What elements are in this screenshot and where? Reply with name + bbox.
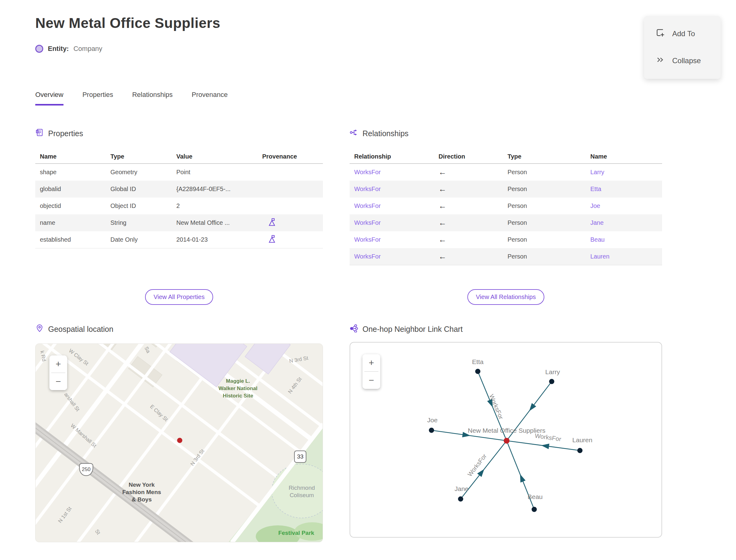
relationship-entity-type: Person — [503, 236, 586, 243]
relationship-row: WorksFor←PersonBeau — [350, 231, 662, 248]
relationship-link[interactable]: WorksFor — [354, 219, 381, 226]
relationships-section-title: Relationships — [362, 129, 408, 138]
property-name: established — [35, 236, 106, 243]
add-to-label: Add To — [672, 29, 695, 38]
relationship-name-cell: Etta — [586, 186, 662, 193]
view-all-relationships-button[interactable]: View All Relationships — [467, 289, 544, 305]
graph-node[interactable] — [458, 497, 463, 502]
map-street-label: Festival Park — [278, 530, 314, 536]
relationship-direction-cell: ← — [434, 219, 503, 227]
col-header-relationship: Relationship — [350, 153, 434, 160]
relationship-entity-type: Person — [503, 186, 586, 193]
map-zoom-in-button[interactable]: + — [49, 355, 67, 373]
chart-zoom-in-button[interactable]: + — [362, 354, 380, 371]
map-street-label: New York — [129, 481, 155, 488]
property-type: Object ID — [106, 202, 172, 209]
entity-name-link[interactable]: Larry — [590, 169, 604, 175]
entity-name-link[interactable]: Jane — [590, 219, 604, 226]
property-type: String — [106, 219, 172, 226]
col-header-provenance: Provenance — [258, 153, 323, 160]
map-zoom-out-button[interactable]: − — [49, 373, 67, 390]
property-row: shapeGeometryPoint — [35, 164, 323, 181]
graph-node-label: Jane — [454, 485, 469, 492]
relationships-table: Relationship Direction Type Name WorksFo… — [350, 149, 662, 265]
property-value: New Metal Office ... — [172, 219, 258, 226]
edge-arrowhead — [541, 443, 549, 449]
map-zoom-control: + − — [49, 355, 67, 390]
properties-table-header: Name Type Value Provenance — [35, 149, 323, 164]
graph-node[interactable] — [577, 448, 583, 453]
geospatial-map[interactable]: k RdW Clay StSaN 3rd StMaggie L.Walker N… — [35, 343, 323, 542]
relationship-row: WorksFor←PersonEtta — [350, 181, 662, 198]
relationships-table-body: WorksFor←PersonLarryWorksFor←PersonEttaW… — [350, 164, 662, 265]
property-type: Geometry — [106, 169, 172, 176]
entity-location-marker[interactable] — [177, 438, 182, 443]
graph-node-label: Beau — [527, 493, 542, 500]
relationship-type-cell: WorksFor — [350, 186, 434, 193]
relationship-link[interactable]: WorksFor — [354, 169, 381, 175]
graph-node[interactable] — [429, 428, 434, 433]
chart-zoom-out-button[interactable]: − — [362, 372, 380, 389]
entity-name-link[interactable]: Joe — [590, 202, 600, 209]
one-hop-link-chart[interactable]: WorksForWorksForWorksForEttaLarryJoeLaur… — [350, 342, 662, 538]
map-street-label: Coliseum — [289, 492, 314, 499]
relationship-direction-cell: ← — [434, 185, 503, 193]
col-header-type: Type — [503, 153, 586, 160]
relationship-direction-cell: ← — [434, 252, 503, 261]
entity-name-link[interactable]: Beau — [590, 236, 605, 243]
entity-name-link[interactable]: Etta — [590, 186, 601, 192]
route-shield: 33 — [294, 451, 306, 463]
edge-arrowhead — [477, 467, 486, 477]
col-header-name: Name — [586, 153, 662, 160]
properties-section-title: Properties — [48, 129, 83, 138]
properties-table: Name Type Value Provenance shapeGeometry… — [35, 149, 323, 248]
properties-icon — [35, 128, 44, 139]
relationship-link[interactable]: WorksFor — [354, 253, 381, 260]
geospatial-section-title: Geospatial location — [48, 325, 113, 334]
geospatial-section-header: Geospatial location — [35, 324, 113, 334]
collapse-button[interactable]: Collapse — [656, 52, 721, 70]
property-row: nameStringNew Metal Office ... — [35, 214, 323, 231]
property-row: objectidObject ID2 — [35, 198, 323, 214]
add-to-button[interactable]: Add To — [656, 25, 721, 43]
link-chart-section-header: One-hop Neighbor Link Chart — [350, 324, 463, 334]
relationship-link[interactable]: WorksFor — [354, 186, 381, 192]
graph-node[interactable] — [532, 507, 537, 512]
edge-arrowhead — [517, 473, 525, 483]
relationship-name-cell: Lauren — [586, 253, 662, 260]
relationship-type-cell: WorksFor — [350, 169, 434, 176]
relationship-link[interactable]: WorksFor — [354, 236, 381, 243]
graph-node-label: Lauren — [572, 436, 592, 443]
link-chart-canvas: WorksForWorksForWorksForEttaLarryJoeLaur… — [350, 343, 661, 537]
view-all-properties-button[interactable]: View All Properties — [145, 289, 213, 305]
entity-name-link[interactable]: Lauren — [590, 253, 609, 260]
relationship-type-cell: WorksFor — [350, 236, 434, 243]
direction-arrow-icon: ← — [439, 168, 447, 176]
col-header-type: Type — [106, 153, 172, 160]
property-provenance-cell — [258, 217, 323, 228]
graph-node[interactable] — [475, 369, 481, 374]
provenance-flag-icon[interactable] — [268, 238, 277, 245]
center-graph-node[interactable] — [504, 438, 510, 444]
right-column: Relationships Relationship Direction Typ… — [350, 0, 662, 560]
center-node-label: New Metal Office Suppliers — [468, 427, 546, 434]
provenance-flag-icon[interactable] — [268, 221, 277, 228]
relationship-name-cell: Joe — [586, 202, 662, 209]
graph-node-label: Joe — [427, 416, 438, 424]
graph-node[interactable] — [549, 379, 554, 384]
relationship-entity-type: Person — [503, 253, 586, 260]
col-header-name: Name — [35, 153, 106, 160]
graph-node-label: Etta — [472, 358, 484, 365]
relationship-entity-type: Person — [503, 169, 586, 176]
relationship-row: WorksFor←PersonLarry — [350, 164, 662, 181]
relationship-direction-cell: ← — [434, 236, 503, 244]
relationship-name-cell: Jane — [586, 219, 662, 226]
property-value: Point — [172, 169, 258, 176]
property-row: establishedDate Only2014-01-23 — [35, 231, 323, 248]
relationships-table-header: Relationship Direction Type Name — [350, 149, 662, 164]
relationship-row: WorksFor←PersonLauren — [350, 248, 662, 265]
relationship-link[interactable]: WorksFor — [354, 202, 381, 209]
direction-arrow-icon: ← — [439, 219, 447, 227]
property-type: Date Only — [106, 236, 172, 243]
property-value: {A228944F-0EF5-... — [172, 186, 258, 193]
